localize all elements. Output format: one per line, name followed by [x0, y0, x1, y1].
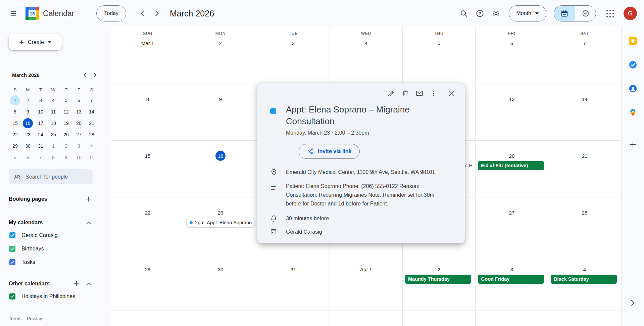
mini-calendar-day[interactable]: 2 [60, 140, 72, 152]
day-cell[interactable]: 29 [111, 254, 184, 311]
mini-calendar-day[interactable]: 25 [47, 129, 60, 140]
date-number[interactable]: 31 [288, 264, 298, 274]
mini-calendar-day[interactable]: 4 [85, 140, 98, 152]
date-number[interactable]: 6 [507, 38, 517, 48]
date-number[interactable]: Mar 1 [140, 38, 155, 48]
day-cell[interactable]: 16 [184, 141, 257, 197]
mini-calendar-day[interactable]: 8 [9, 106, 21, 118]
mini-calendar-day[interactable]: 7 [34, 152, 47, 163]
day-cell[interactable]: 30 [184, 254, 257, 311]
main-menu-icon[interactable] [5, 5, 21, 21]
mini-calendar-day[interactable]: 11 [47, 106, 60, 118]
day-cell[interactable]: 28 [548, 197, 621, 254]
add-booking-page-button[interactable] [83, 193, 95, 205]
date-number[interactable]: 2 [434, 264, 444, 274]
mini-calendar-day[interactable]: 19 [60, 118, 72, 129]
day-cell[interactable]: MON2 [184, 27, 257, 84]
date-number[interactable]: 29 [143, 264, 153, 274]
mini-calendar-day[interactable]: 18 [47, 118, 60, 129]
day-cell[interactable]: 232pmAppt: Elena Soprano [184, 197, 257, 254]
date-number[interactable]: 27 [507, 207, 517, 218]
date-number[interactable]: 7 [580, 38, 590, 48]
mini-calendar-day[interactable]: 15 [9, 118, 21, 129]
day-cell[interactable]: 2Maundy Thursday [403, 254, 476, 311]
today-button[interactable]: Today [96, 5, 126, 21]
calendar-list-item[interactable]: Birthdays [9, 242, 95, 255]
date-number[interactable]: 9 [215, 94, 226, 104]
date-number[interactable]: 21 [580, 151, 590, 161]
add-other-calendar-button[interactable] [70, 278, 83, 290]
date-number[interactable]: 4 [361, 38, 371, 48]
day-cell[interactable] [548, 311, 621, 326]
delete-event-button[interactable] [398, 86, 412, 100]
calendar-list-item[interactable]: Gerald Carasig [9, 229, 95, 242]
holiday-event[interactable]: Maundy Thursday [405, 275, 471, 284]
mini-calendar-day[interactable]: 10 [34, 106, 47, 118]
contacts-icon[interactable] [626, 82, 640, 95]
mini-calendar-day[interactable]: 14 [85, 106, 98, 118]
day-cell[interactable]: 15 [111, 141, 184, 197]
date-number[interactable]: 2 [215, 38, 226, 48]
mini-calendar-day[interactable]: 7 [85, 95, 98, 106]
holiday-event[interactable]: Black Saturday [551, 275, 617, 284]
mini-calendar-day[interactable]: 8 [47, 152, 60, 163]
date-number[interactable]: 3 [288, 38, 298, 48]
day-cell[interactable] [184, 311, 257, 326]
day-cell[interactable]: WED4 [330, 27, 403, 84]
day-cell[interactable] [111, 311, 184, 326]
day-cell[interactable]: 27 [476, 197, 548, 254]
mini-calendar-day[interactable]: 27 [72, 129, 85, 140]
day-cell[interactable]: 31 [257, 254, 330, 311]
day-cell[interactable]: SAT7 [548, 27, 621, 84]
collapse-my-calendars-button[interactable] [83, 217, 95, 229]
day-cell[interactable]: FRI6 [476, 27, 548, 84]
close-popup-button[interactable] [445, 86, 459, 100]
day-cell[interactable]: 22 [111, 197, 184, 254]
day-cell[interactable]: 13 [476, 84, 548, 141]
google-apps-button[interactable] [602, 5, 618, 21]
day-cell[interactable] [476, 311, 548, 326]
mini-calendar-day[interactable]: 1 [9, 95, 21, 106]
email-guests-button[interactable] [412, 86, 427, 100]
mini-calendar-day[interactable]: 4 [47, 95, 60, 106]
calendar-list-item[interactable]: Holidays in Philippines [9, 290, 95, 303]
day-cell[interactable]: 8 [111, 84, 184, 141]
maps-icon[interactable] [626, 106, 640, 119]
search-people-field[interactable]: Search for people [9, 169, 93, 184]
date-number[interactable]: 3 [507, 264, 517, 274]
next-month-button[interactable] [150, 6, 164, 21]
calendar-checkbox[interactable] [9, 259, 15, 265]
date-number[interactable]: Apr 1 [359, 264, 374, 274]
collapse-other-calendars-button[interactable] [83, 278, 95, 290]
mini-calendar-day[interactable]: 2 [21, 95, 34, 106]
day-cell[interactable]: 4Black Saturday [548, 254, 621, 311]
view-selector-dropdown[interactable]: Month [509, 5, 546, 21]
mini-calendar-day[interactable]: 11 [85, 152, 98, 163]
day-cell[interactable]: 3Good Friday [476, 254, 548, 311]
day-cell[interactable] [403, 311, 476, 326]
account-avatar[interactable]: G [624, 7, 637, 20]
mini-calendar-day[interactable]: 20 [72, 118, 85, 129]
tasks-view-toggle[interactable] [575, 6, 596, 21]
day-cell[interactable]: 20Eid al-Fitr (tentative) [476, 141, 548, 197]
previous-month-button[interactable] [135, 6, 150, 21]
date-number[interactable]: 14 [580, 94, 590, 104]
mini-calendar-day[interactable]: 12 [60, 106, 72, 118]
create-button[interactable]: + Create [9, 34, 62, 50]
day-cell[interactable] [330, 311, 403, 326]
holiday-event[interactable]: Eid al-Fitr (tentative) [478, 161, 544, 170]
mini-calendar-day[interactable]: 31 [34, 140, 47, 152]
partially-hidden-event[interactable]: V. H [463, 163, 473, 168]
mini-calendar-next-button[interactable] [90, 70, 100, 80]
date-number[interactable]: 20 [507, 151, 517, 161]
mini-calendar-day[interactable]: 13 [72, 106, 85, 118]
other-calendars-section-header[interactable]: Other calendars [9, 278, 95, 290]
mini-calendar-day[interactable]: 28 [85, 129, 98, 140]
mini-calendar-day[interactable]: 3 [34, 95, 47, 106]
date-number[interactable]: 28 [580, 207, 590, 218]
day-cell[interactable]: SUNMar 1 [111, 27, 184, 84]
calendar-checkbox[interactable] [9, 232, 15, 238]
calendar-checkbox[interactable] [9, 246, 15, 252]
search-button[interactable] [456, 5, 472, 21]
date-number[interactable]: 8 [143, 94, 153, 104]
